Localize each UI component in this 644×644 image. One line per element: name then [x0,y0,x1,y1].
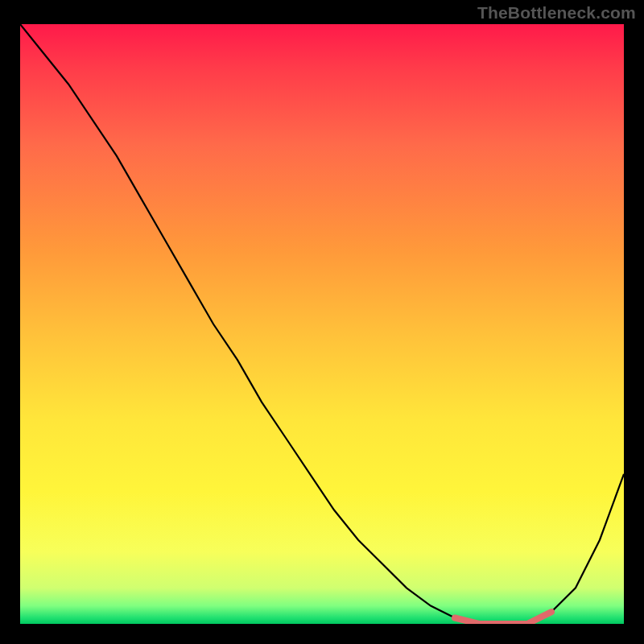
chart-svg [20,24,624,624]
bottleneck-curve [20,24,624,624]
bottleneck-highlight [455,612,551,624]
plot-area [20,24,624,624]
watermark-text: TheBottleneck.com [477,3,636,23]
chart-root: TheBottleneck.com [0,0,644,644]
